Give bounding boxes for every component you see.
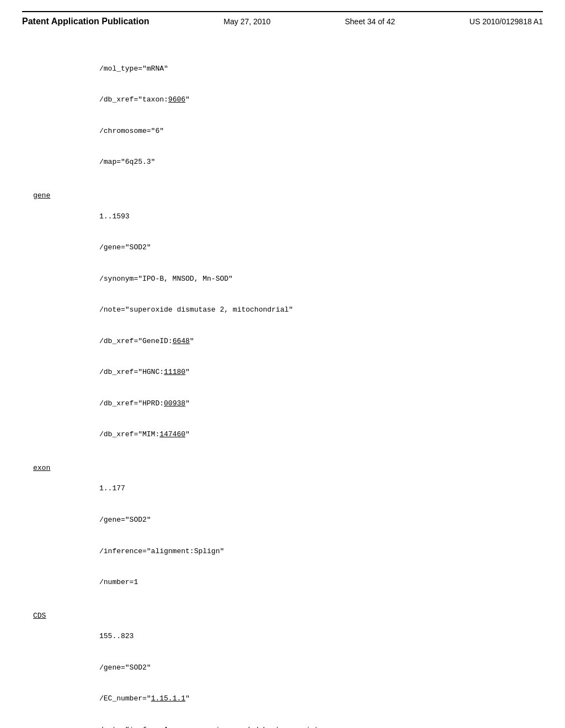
annotation-block-exon1: exon 1..177 /gene="SOD2" /inference="ali…	[33, 463, 543, 609]
content-area: /mol_type="mRNA" /db_xref="taxon:9606" /…	[22, 43, 543, 728]
annotation-block-intro: /mol_type="mRNA" /db_xref="taxon:9606" /…	[33, 43, 543, 189]
publication-title: Patent Application Publication	[22, 17, 150, 26]
sheet-info: Sheet 34 of 42	[345, 17, 395, 26]
publication-date: May 27, 2010	[223, 17, 270, 26]
page-container: Patent Application Publication May 27, 2…	[0, 0, 565, 728]
label-exon1: exon	[33, 463, 99, 609]
data-cds: 155..823 /gene="SOD2" /EC_number="1.15.1…	[99, 611, 543, 728]
label-cds: CDS	[33, 611, 99, 728]
data-exon1: 1..177 /gene="SOD2" /inference="alignmen…	[99, 463, 543, 609]
data-intro: /mol_type="mRNA" /db_xref="taxon:9606" /…	[99, 43, 543, 189]
annotation-block-cds: CDS 155..823 /gene="SOD2" /EC_number="1.…	[33, 611, 543, 728]
data-gene: 1..1593 /gene="SOD2" /synonym="IPO-B, MN…	[99, 191, 543, 461]
patent-number: US 2010/0129818 A1	[470, 17, 543, 26]
annotation-block-gene: gene 1..1593 /gene="SOD2" /synonym="IPO-…	[33, 191, 543, 461]
label-intro	[33, 43, 99, 189]
label-gene: gene	[33, 191, 99, 461]
page-header: Patent Application Publication May 27, 2…	[22, 11, 543, 26]
